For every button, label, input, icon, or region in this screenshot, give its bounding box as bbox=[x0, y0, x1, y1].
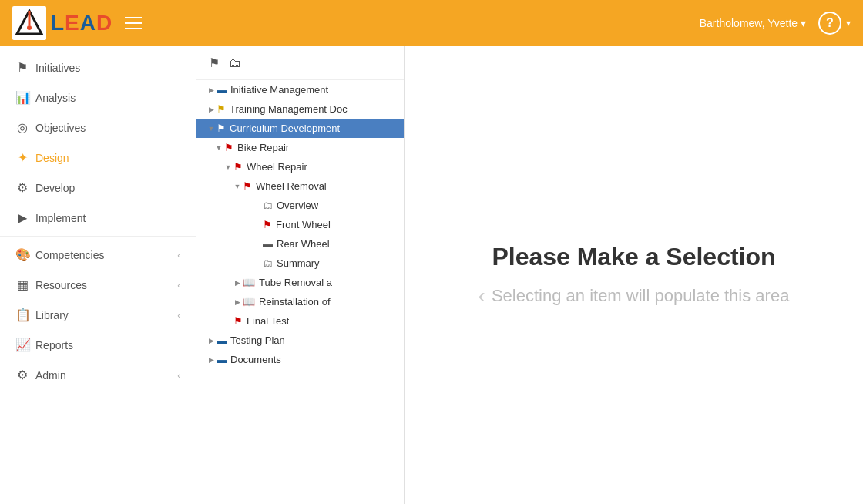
sidebar-item-reports[interactable]: 📈 Reports bbox=[0, 330, 196, 360]
tree-node-documents[interactable]: ▶ ▬ Documents bbox=[196, 350, 404, 369]
tree-node-wheel-removal[interactable]: ▼ ⚑ Wheel Removal bbox=[196, 176, 404, 196]
expand-icon: ▶ bbox=[206, 337, 217, 344]
logo-icon bbox=[12, 6, 46, 40]
sidebar-item-label: Admin bbox=[35, 369, 66, 381]
sidebar-divider bbox=[0, 236, 196, 237]
tree-node-training-mgmt[interactable]: ▶ ⚑ Training Management Doc bbox=[196, 99, 404, 119]
tree-node-front-wheel[interactable]: ⚑ Front Wheel bbox=[196, 215, 404, 234]
sidebar-item-label: Objectives bbox=[35, 122, 86, 134]
competencies-arrow: ‹ bbox=[177, 250, 180, 260]
app-header: LEAD Bartholomew, Yvette ? ▾ bbox=[0, 0, 863, 46]
node-label: Curriculum Development bbox=[230, 123, 340, 134]
expand-icon: ▼ bbox=[213, 144, 224, 152]
flag-red-icon: ⚑ bbox=[224, 142, 233, 153]
hamburger-line bbox=[125, 22, 142, 24]
node-label: Bike Repair bbox=[237, 142, 289, 153]
node-label: Wheel Removal bbox=[256, 180, 327, 192]
flag-yellow-icon: ⚑ bbox=[217, 103, 226, 115]
svg-point-2 bbox=[27, 25, 32, 30]
sidebar-item-label: Library bbox=[35, 309, 69, 321]
tree-node-curriculum-dev[interactable]: ▼ ⚑ Curriculum Development bbox=[196, 119, 404, 138]
tree-toolbar: ⚑ 🗂 bbox=[196, 46, 404, 80]
hamburger-line bbox=[125, 28, 142, 29]
tree-node-tube-removal[interactable]: ▶ 📖 Tube Removal a bbox=[196, 273, 404, 292]
tree-folder-button[interactable]: 🗂 bbox=[227, 55, 243, 72]
logo-text: LEAD bbox=[51, 11, 112, 35]
design-icon: ✦ bbox=[15, 150, 29, 165]
flag-red-icon: ⚑ bbox=[233, 161, 243, 173]
placeholder-sub-text: Selecting an item will populate this are… bbox=[492, 286, 789, 306]
expand-icon: ▶ bbox=[206, 356, 217, 364]
doc-blue-icon: ▬ bbox=[217, 84, 227, 96]
resources-arrow: ‹ bbox=[177, 281, 180, 290]
expand-icon: ▶ bbox=[232, 298, 243, 306]
sidebar: ⚑ Initiatives 📊 Analysis ◎ Objectives ✦ … bbox=[0, 46, 196, 504]
sidebar-item-competencies[interactable]: 🎨 Competencies ‹ bbox=[0, 240, 196, 270]
help-button[interactable]: ? bbox=[818, 12, 841, 35]
initiatives-icon: ⚑ bbox=[15, 60, 29, 75]
node-label: Documents bbox=[230, 354, 281, 365]
placeholder-subtitle: ‹ Selecting an item will populate this a… bbox=[479, 284, 790, 308]
header-right: Bartholomew, Yvette ? ▾ bbox=[700, 12, 851, 35]
implement-icon: ▶ bbox=[15, 210, 29, 225]
sidebar-item-resources[interactable]: ▦ Resources ‹ bbox=[0, 270, 196, 300]
flag-red-icon: ⚑ bbox=[233, 315, 243, 327]
flag-red-icon: ⚑ bbox=[217, 123, 226, 134]
sidebar-item-label: Design bbox=[35, 152, 69, 164]
sidebar-item-label: Resources bbox=[35, 279, 87, 291]
node-label: Summary bbox=[277, 257, 320, 269]
hamburger-menu-button[interactable] bbox=[122, 14, 145, 32]
expand-icon: ▼ bbox=[223, 163, 233, 171]
doc-blue-icon: ▬ bbox=[217, 334, 227, 346]
tree-node-wheel-repair[interactable]: ▼ ⚑ Wheel Repair bbox=[196, 157, 404, 176]
library-icon: 📋 bbox=[15, 307, 29, 322]
node-label: Final Test bbox=[247, 315, 289, 327]
analysis-icon: 📊 bbox=[15, 90, 29, 105]
node-label: Reinstallation of bbox=[259, 296, 331, 307]
placeholder-arrow-icon: ‹ bbox=[479, 284, 485, 308]
reports-icon: 📈 bbox=[15, 338, 29, 352]
app-layout: ⚑ Initiatives 📊 Analysis ◎ Objectives ✦ … bbox=[0, 46, 863, 504]
folder-icon: 🗂 bbox=[263, 257, 273, 269]
objectives-icon: ◎ bbox=[15, 120, 29, 135]
tree-node-initiative-mgmt[interactable]: ▶ ▬ Initiative Management bbox=[196, 80, 404, 99]
sidebar-item-objectives[interactable]: ◎ Objectives bbox=[0, 113, 196, 143]
sidebar-item-label: Develop bbox=[35, 182, 75, 194]
sidebar-item-admin[interactable]: ⚙ Admin ‹ bbox=[0, 360, 196, 390]
doc-icon: ▬ bbox=[263, 238, 273, 250]
competencies-icon: 🎨 bbox=[15, 247, 29, 262]
tree-node-reinstallation[interactable]: ▶ 📖 Reinstallation of bbox=[196, 292, 404, 311]
main-content: Please Make a Selection ‹ Selecting an i… bbox=[405, 46, 863, 504]
tree-node-summary[interactable]: 🗂 Summary bbox=[196, 254, 404, 273]
sidebar-item-label: Competencies bbox=[35, 249, 105, 261]
expand-icon: ▼ bbox=[206, 125, 217, 133]
tree-flag-button[interactable]: ⚑ bbox=[207, 54, 221, 72]
library-arrow: ‹ bbox=[177, 311, 180, 320]
expand-icon: ▶ bbox=[206, 106, 217, 113]
tree-node-testing-plan[interactable]: ▶ ▬ Testing Plan bbox=[196, 331, 404, 350]
resources-icon: ▦ bbox=[15, 277, 29, 292]
sidebar-item-develop[interactable]: ⚙ Develop bbox=[0, 173, 196, 203]
sidebar-item-library[interactable]: 📋 Library ‹ bbox=[0, 300, 196, 330]
tree-scroll-area[interactable]: ▶ ▬ Initiative Management ▶ ⚑ Training M… bbox=[196, 80, 404, 504]
admin-arrow: ‹ bbox=[177, 371, 180, 380]
node-label: Initiative Management bbox=[230, 84, 328, 96]
tree-node-bike-repair[interactable]: ▼ ⚑ Bike Repair bbox=[196, 138, 404, 157]
sidebar-item-label: Implement bbox=[35, 212, 86, 224]
user-menu-button[interactable]: Bartholomew, Yvette bbox=[700, 17, 806, 29]
expand-icon: ▼ bbox=[232, 183, 243, 190]
sidebar-item-implement[interactable]: ▶ Implement bbox=[0, 203, 196, 233]
doc-blue-icon: ▬ bbox=[217, 354, 227, 365]
flag-red-icon: ⚑ bbox=[243, 180, 252, 192]
tree-node-overview[interactable]: 🗂 Overview bbox=[196, 196, 404, 215]
tree-node-rear-wheel[interactable]: ▬ Rear Wheel bbox=[196, 234, 404, 254]
help-dropdown-arrow[interactable]: ▾ bbox=[846, 18, 851, 29]
tree-node-final-test[interactable]: ⚑ Final Test bbox=[196, 311, 404, 331]
sidebar-item-label: Reports bbox=[35, 339, 73, 351]
sidebar-item-analysis[interactable]: 📊 Analysis bbox=[0, 82, 196, 113]
sidebar-item-label: Initiatives bbox=[35, 62, 80, 74]
node-label: Front Wheel bbox=[276, 219, 331, 230]
placeholder-title: Please Make a Selection bbox=[492, 243, 775, 271]
sidebar-item-initiatives[interactable]: ⚑ Initiatives bbox=[0, 52, 196, 82]
sidebar-item-design[interactable]: ✦ Design bbox=[0, 143, 196, 173]
